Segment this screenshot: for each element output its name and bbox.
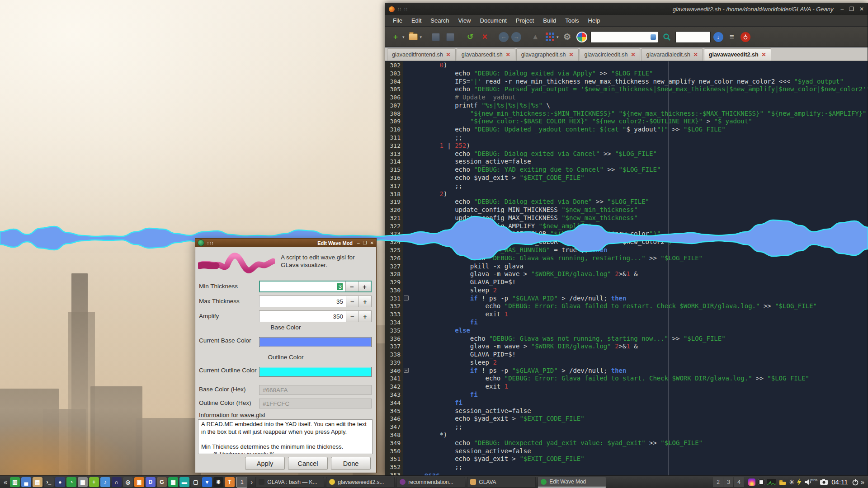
- panel-more-icon[interactable]: »: [859, 478, 866, 486]
- dialog-maximize-icon[interactable]: ❐: [363, 240, 367, 245]
- code-line[interactable]: 314 session_active=false: [385, 158, 868, 166]
- code-line[interactable]: 305 echo "DEBUG: Parsed yad_output = '$n…: [385, 85, 868, 94]
- code-editor[interactable]: 302 0)303 echo "DEBUG: Dialog exited via…: [385, 61, 868, 476]
- discord-app-icon[interactable]: D: [146, 477, 156, 487]
- maximize-icon[interactable]: ❐: [849, 6, 854, 12]
- tab-glavagraphedit.sh[interactable]: glavagraphedit.sh✕: [516, 48, 579, 61]
- media-app-icon[interactable]: ▬: [179, 477, 189, 487]
- code-line[interactable]: 351 echo $yad_exit > "$EXIT_CODE_FILE": [385, 455, 868, 463]
- app-tray-icon[interactable]: [758, 479, 764, 485]
- nav-forward-icon[interactable]: →: [511, 32, 521, 42]
- tab-close-icon[interactable]: ✕: [506, 52, 510, 58]
- spinner-min-thickness[interactable]: 3−+: [259, 281, 372, 292]
- workspace-button-2[interactable]: 2: [713, 477, 723, 487]
- code-line[interactable]: 334 fi: [385, 319, 868, 327]
- code-line[interactable]: 319 echo "DEBUG: Dialog exited via Done"…: [385, 198, 868, 206]
- code-line[interactable]: 307 printf "%s|%s|%s|%s|%s" \: [385, 102, 868, 110]
- screenshot-app-icon[interactable]: ▣: [134, 477, 144, 487]
- code-line[interactable]: 324 update_config OUTLINE_COLOR "$(hex_t…: [385, 238, 868, 246]
- menu-edit[interactable]: Edit: [407, 16, 425, 25]
- new-file-icon[interactable]: +: [390, 31, 401, 43]
- obs-app-icon[interactable]: ◎: [123, 477, 133, 487]
- volume-tray-icon[interactable]: 69%: [804, 479, 817, 485]
- workspace-button-3[interactable]: 3: [723, 477, 733, 487]
- menu-help[interactable]: Help: [584, 16, 604, 25]
- spreadsheet-app-icon[interactable]: ▦: [168, 477, 178, 487]
- cpu-graph-tray-icon[interactable]: [767, 479, 776, 485]
- done-button[interactable]: Done: [331, 457, 371, 470]
- cone-app-icon[interactable]: ▼: [202, 477, 212, 487]
- flame-tray-icon[interactable]: [748, 479, 755, 486]
- browser-orb-app-icon[interactable]: ●: [55, 477, 65, 487]
- headphones-app-icon[interactable]: ∩: [112, 477, 122, 487]
- outline-color-swatch-button[interactable]: [259, 367, 372, 377]
- panel-expand-icon[interactable]: ›: [249, 478, 255, 486]
- code-line[interactable]: 349 echo "DEBUG: Unexpected yad_exit val…: [385, 439, 868, 447]
- dialog-minimize-icon[interactable]: –: [357, 240, 360, 245]
- terminal-app-icon[interactable]: ›_: [44, 477, 54, 487]
- decrement-button[interactable]: −: [345, 282, 358, 291]
- close-file-icon[interactable]: ×: [479, 31, 491, 43]
- color-chooser-icon[interactable]: [576, 31, 588, 43]
- code-line[interactable]: 329 GLAVA_PID=$!: [385, 278, 868, 286]
- build-dropdown-icon[interactable]: ▾: [557, 35, 559, 39]
- code-line[interactable]: 308 "${new_min_thickness:-$MIN_THICKNESS…: [385, 110, 868, 118]
- code-line[interactable]: 339 sleep 2: [385, 359, 868, 367]
- files-app-icon[interactable]: ▄: [21, 477, 31, 487]
- line-list-icon[interactable]: ≡: [726, 31, 738, 43]
- apply-button[interactable]: Apply: [245, 457, 285, 470]
- code-line[interactable]: 312 1 | 252): [385, 142, 868, 150]
- search-icon[interactable]: [661, 31, 673, 43]
- new-dropdown-icon[interactable]: ▾: [402, 35, 405, 39]
- panes-app-icon[interactable]: ▥: [10, 477, 20, 487]
- spinner-value[interactable]: 3: [260, 282, 345, 291]
- window-button-glavawaveedit2-s-[interactable]: glavawaveedit2.s...: [326, 477, 395, 488]
- tab-glavacircleedit.sh[interactable]: glavacircleedit.sh✕: [580, 48, 641, 61]
- code-line[interactable]: 332 echo "DEBUG: Error: Glava failed to …: [385, 302, 868, 310]
- code-line[interactable]: 330 sleep 2: [385, 286, 868, 295]
- code-line[interactable]: 352 ;;: [385, 463, 868, 471]
- goto-line-input[interactable]: [675, 31, 711, 43]
- tab-glavawaveedit2.sh[interactable]: glavawaveedit2.sh✕: [704, 48, 771, 61]
- code-line[interactable]: 335 else: [385, 327, 868, 335]
- outline-hex-field[interactable]: #1FFCFC: [259, 399, 372, 408]
- revert-icon[interactable]: ↺: [464, 31, 476, 43]
- tab-glavaradialedit.sh[interactable]: glavaradialedit.sh✕: [641, 48, 703, 61]
- open-dropdown-icon[interactable]: ▾: [420, 35, 422, 39]
- code-line[interactable]: 313 echo "DEBUG: Dialog exited via Cance…: [385, 150, 868, 158]
- code-line[interactable]: 341 echo "DEBUG: Error: Glava failed to …: [385, 375, 868, 383]
- code-line[interactable]: 337 glava -m wave > "$WORK_DIR/glava.log…: [385, 343, 868, 351]
- menu-view[interactable]: View: [454, 16, 475, 25]
- window-button-glava[interactable]: GLAVA: [467, 477, 536, 488]
- decrement-button[interactable]: −: [346, 296, 359, 307]
- code-line[interactable]: 326 echo "DEBUG: Glava was running, rest…: [385, 254, 868, 263]
- code-line[interactable]: 348 *): [385, 431, 868, 439]
- code-line[interactable]: 304 IFS='|' read -r new_min_thickness ne…: [385, 78, 868, 86]
- menu-tools[interactable]: Tools: [561, 16, 583, 25]
- workspace-button-4[interactable]: 4: [734, 477, 744, 487]
- tab-glavaeditfrontend.sh[interactable]: glavaeditfrontend.sh✕: [387, 48, 456, 61]
- menu-search[interactable]: Search: [426, 16, 453, 25]
- tiger-app-icon[interactable]: T: [225, 477, 235, 487]
- code-line[interactable]: 306 # Update _yadout: [385, 94, 868, 102]
- code-line[interactable]: 350 session_active=false: [385, 447, 868, 455]
- cloud-upload-app-icon[interactable]: +: [89, 477, 99, 487]
- panel-collapse-icon[interactable]: «: [2, 478, 9, 486]
- dialog-close-icon[interactable]: ✕: [370, 240, 374, 245]
- files-tray-icon[interactable]: [779, 479, 786, 485]
- base-color-swatch-button[interactable]: [259, 337, 372, 347]
- code-line[interactable]: 344 fi: [385, 399, 868, 407]
- code-line[interactable]: 346 echo $yad_exit > "$EXIT_CODE_FILE": [385, 415, 868, 423]
- spinner-value[interactable]: 350: [259, 311, 346, 322]
- window-button-edit-wave-mod[interactable]: Edit Wave Mod: [538, 477, 606, 488]
- code-line[interactable]: 302 0): [385, 61, 868, 70]
- code-line[interactable]: 343 fi: [385, 391, 868, 399]
- code-line[interactable]: 342 exit 1: [385, 383, 868, 391]
- quit-icon[interactable]: [741, 32, 750, 42]
- code-line[interactable]: 322 update_config AMPLIFY "$new_amplify": [385, 222, 868, 230]
- decrement-button[interactable]: −: [346, 311, 359, 322]
- code-line[interactable]: 315 echo "DEBUG: YAD exiting due to Canc…: [385, 166, 868, 174]
- goto-line-icon[interactable]: ↓: [713, 32, 723, 42]
- aperture-app-icon[interactable]: ❋: [213, 477, 223, 487]
- settings-tray-icon[interactable]: ✳: [789, 479, 794, 486]
